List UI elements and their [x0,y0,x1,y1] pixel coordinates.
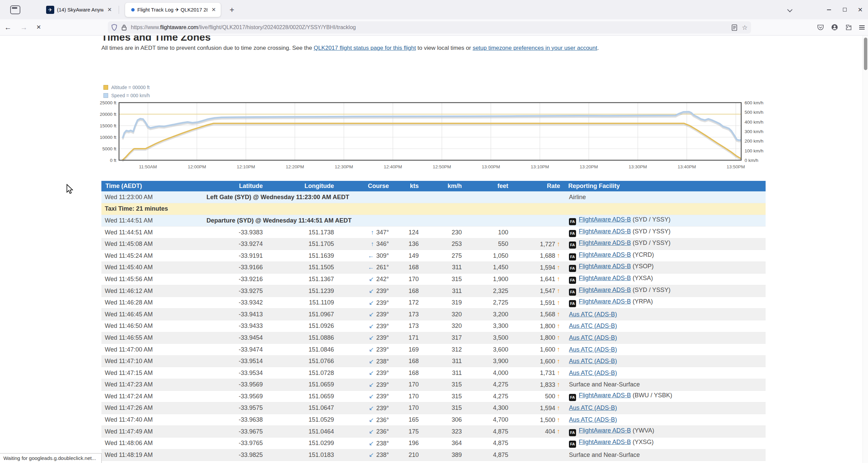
tracklog-data-row: Wed 11:47:10 AM -33.9514 151.0766 ↙238° … [101,355,766,367]
feet-cell: 4,000 [466,367,512,379]
facility-link[interactable]: FlightAware ADS-B [579,239,631,246]
facility-cell: FAFlightAware ADS-B (YWVA) [564,426,766,438]
facility-link[interactable]: FlightAware ADS-B [579,275,631,281]
facility-link[interactable]: FlightAware ADS-B [579,216,631,223]
facility-link[interactable]: Aus ATC (ADS-B) [569,334,617,341]
back-button[interactable]: ← [0,23,16,31]
rate-cell [512,461,564,463]
page-title: Times and Time Zones [101,36,211,43]
flightaware-badge-icon: FA [569,300,576,307]
facility-link[interactable]: FlightAware ADS-B [579,392,631,399]
pocket-icon[interactable] [817,24,824,31]
course-cell: ↙239° [338,309,393,320]
feet-cell: 3,200 [466,309,512,320]
course-cell: ↙238° [338,437,393,449]
tracklog-data-row: Wed 11:46:28 AM -33.9342 151.1109 ↙239° … [101,297,766,309]
time-cell: Wed 11:44:51 AM [101,227,203,238]
longitude-cell: 151.0464 [267,426,338,438]
facility-link[interactable]: Aus ATC (ADS-B) [569,311,617,318]
legend-altitude: Altitude = 00000 ft [103,83,150,91]
close-window-button[interactable]: ✕ [852,3,868,17]
scrollbar-thumb[interactable] [864,38,867,70]
svg-text:12:30PM: 12:30PM [335,164,353,169]
climb-arrow-icon: ↑ [557,240,560,248]
facility-link[interactable]: FlightAware ADS-B [579,251,631,258]
restore-button[interactable] [837,3,852,17]
close-tab-icon[interactable]: ✕ [106,6,113,13]
bookmark-star-icon[interactable]: ☆ [742,24,748,31]
facility-link[interactable]: FlightAware ADS-B [579,427,631,434]
facility-link[interactable]: Aus ATC (ADS-B) [569,416,617,423]
facility-link[interactable]: FlightAware ADS-B [579,287,631,293]
feet-cell: 3,500 [466,332,512,344]
url-bar[interactable]: https://www.flightaware.com/live/flight/… [108,21,751,34]
mouse-cursor [65,184,74,194]
flight-status-link[interactable]: QLK2017 flight status page for this flig… [314,45,416,51]
tab-flight-track-log[interactable]: Flight Track Log ✈ QLK2017 28- ✕ [125,3,221,17]
time-cell: Wed 11:47:40 AM [101,414,203,426]
feet-cell: 4,875 [466,449,512,461]
time-cell: Wed 11:47:15 AM [101,367,203,379]
time-cell: Wed 11:46:28 AM [101,297,203,309]
tab-skyaware[interactable]: ✈ (14) SkyAware Anywhere ✕ [43,3,117,17]
feet-cell: 4,700 [466,414,512,426]
latitude-cell: -33.9474 [203,344,267,356]
browser-status-text: Waiting for googleads.g.doubleclick.net.… [0,453,102,463]
time-cell: Wed 11:46:50 AM [101,320,203,332]
timezone-preferences-link[interactable]: setup timezone preferences in your user … [473,45,597,51]
shield-icon[interactable] [111,24,117,31]
facility-link[interactable]: Aus ATC (ADS-B) [569,370,617,376]
feet-cell: 3,900 [466,355,512,367]
facility-link[interactable]: FlightAware ADS-B [579,439,631,445]
firefox-view-icon[interactable] [10,5,20,14]
kmh-cell: 320 [423,309,466,320]
close-tab-icon[interactable]: ✕ [210,6,217,13]
kts-cell: 168 [393,285,423,297]
course-arrow-icon: ↑ [371,240,374,247]
longitude-cell: 151.0529 [267,414,338,426]
forward-button[interactable]: → [16,23,32,31]
tracklog-data-row: Wed 11:48:06 AM -33.9765 151.0299 ↙238° … [101,437,766,449]
account-icon[interactable] [831,24,838,31]
time-cell: Wed 11:47:24 AM [101,391,203,402]
facility-link[interactable]: FlightAware ADS-B [579,263,631,270]
feet-cell: 4,300 [466,402,512,414]
kmh-cell: 315 [423,379,466,391]
stop-loading-button[interactable]: ✕ [32,24,45,31]
new-tab-button[interactable]: + [226,5,238,15]
column-header: Longitude [267,181,338,191]
page-scrollbar[interactable] [863,36,868,463]
facility-cell: Aus ATC (ADS-B) [564,414,766,426]
minimize-button[interactable] [821,3,837,17]
longitude-cell: 151.1367 [267,273,338,285]
facility-link[interactable]: FlightAware ADS-B [579,298,631,305]
latitude-cell: -33.9433 [203,320,267,332]
longitude-cell: 151.0659 [267,379,338,391]
kmh-cell: 389 [423,449,466,461]
list-all-tabs-button[interactable] [783,3,799,17]
course-cell: ↙239° [338,391,393,402]
facility-link[interactable]: Aus ATC (ADS-B) [569,346,617,353]
feet-cell: 2,725 [466,297,512,309]
climb-arrow-icon: ↑ [557,264,560,271]
reader-view-icon[interactable] [732,24,737,31]
tracklog-data-row: Wed 11:46:55 AM -33.9454 151.0886 ↙239° … [101,332,766,344]
extensions-puzzle-icon[interactable] [845,24,852,31]
svg-text:13:50PM: 13:50PM [727,164,745,169]
menu-icon[interactable] [859,25,865,29]
feet-cell: 4,875 [466,461,512,463]
latitude-cell: -33.9569 [203,391,267,402]
course-cell: ↙239° [338,379,393,391]
flightaware-badge-icon: FA [569,441,576,448]
tab-title: Flight Track Log ✈ QLK2017 28- [137,7,208,13]
facility-link[interactable]: FlightAware ADS-B [579,228,631,235]
facility-link[interactable]: Aus ATC (ADS-B) [569,322,617,329]
facility-cell: FAFlightAware ADS-B (YCRD) [564,250,766,262]
facility-link[interactable]: Aus ATC (ADS-B) [569,358,617,364]
flightaware-badge-icon: FA [569,218,576,225]
course-cell: ↙239° [338,367,393,379]
latitude-cell: -33.9514 [203,355,267,367]
facility-link[interactable]: Aus ATC (ADS-B) [569,404,617,411]
lock-icon[interactable] [121,24,127,31]
course-arrow-icon: ↙ [369,405,374,412]
